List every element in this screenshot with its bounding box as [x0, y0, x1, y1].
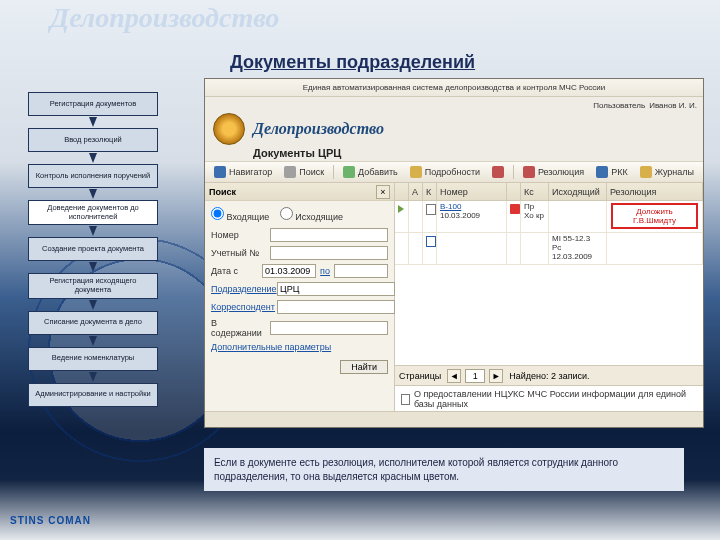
col-a[interactable]: А — [409, 183, 423, 200]
row-expand-icon — [395, 233, 409, 264]
nav-item-writeoff[interactable]: Списание документа в дело — [28, 311, 158, 335]
toolbar-details-button[interactable]: Подробности — [405, 164, 485, 180]
row-out-cell — [549, 201, 607, 232]
row-ks-cell: Пр Хо кр — [521, 201, 549, 232]
toolbar-delete-button[interactable] — [487, 164, 509, 180]
emblem-icon — [213, 113, 245, 145]
letter-icon — [426, 236, 436, 247]
resolution-highlight: Доложить Г.В.Шмидту — [611, 203, 698, 229]
row-k-cell — [423, 201, 437, 232]
toolbar-add-button[interactable]: Добавить — [338, 164, 403, 180]
accountno-label: Учетный № — [211, 248, 266, 258]
nav-item-draft[interactable]: Создание проекта документа — [28, 237, 158, 261]
doc-link[interactable]: В-100 — [440, 202, 461, 211]
pager-bar: Страницы ◄ ► Найдено: 2 записи. — [395, 365, 703, 385]
find-button[interactable]: Найти — [340, 360, 388, 374]
search-form: Входящие Исходящие Номер Учетный № Дата … — [205, 201, 394, 380]
grid-row[interactable]: В-100 10.03.2009 Пр Хо кр Доложить Г.В.Ш… — [395, 201, 703, 233]
nav-item-dispatch[interactable]: Доведение документов до исполнителей — [28, 200, 158, 225]
grid-row[interactable]: МІ 55-12.3 Рс 12.03.2009 — [395, 233, 703, 265]
pager-label: Страницы — [399, 371, 441, 381]
dept-input[interactable] — [277, 282, 395, 296]
toolbar-rkk-button[interactable]: РКК — [591, 164, 633, 180]
delete-icon — [492, 166, 504, 178]
row-ks-cell — [521, 233, 549, 264]
details-label: Подробности — [425, 167, 480, 177]
correspondent-input[interactable] — [277, 300, 395, 314]
navigator-label: Навигатор — [229, 167, 272, 177]
reso-line2: Г.В.Шмидту — [615, 216, 694, 225]
found-label: Найдено: 2 записи. — [509, 371, 589, 381]
correspondent-label[interactable]: Корреспондент — [211, 302, 273, 312]
nav-arrow-icon — [89, 300, 97, 310]
pager-prev-button[interactable]: ◄ — [447, 369, 461, 383]
rkk-label: РКК — [611, 167, 628, 177]
col-blank[interactable] — [395, 183, 409, 200]
journals-icon — [640, 166, 652, 178]
datefrom-input[interactable] — [262, 264, 316, 278]
toolbar-separator — [333, 165, 334, 179]
accountno-input[interactable] — [270, 246, 388, 260]
user-label: Пользователь — [593, 101, 645, 110]
col-ks[interactable]: Кс — [521, 183, 549, 200]
rkk-icon — [596, 166, 608, 178]
slide-subtitle: Документы подразделений — [230, 52, 475, 73]
app-userbar: Пользователь Иванов И. И. — [205, 97, 703, 113]
pager-next-button[interactable]: ► — [489, 369, 503, 383]
flag-icon — [510, 204, 520, 214]
row-expand-icon[interactable] — [395, 201, 409, 232]
slide-title: Делопроизводство — [50, 2, 279, 34]
dept-label[interactable]: Подразделение — [211, 284, 273, 294]
app-body: Поиск × Входящие Исходящие Номер Учетный… — [205, 183, 703, 411]
pager-page-input[interactable] — [465, 369, 485, 383]
row-a-cell — [409, 201, 423, 232]
nav-item-outgoing-register[interactable]: Регистрация исходящего документа — [28, 273, 158, 298]
grid-rows: В-100 10.03.2009 Пр Хо кр Доложить Г.В.Ш… — [395, 201, 703, 365]
col-resolution[interactable]: Резолюция — [607, 183, 703, 200]
details-icon — [410, 166, 422, 178]
incontent-input[interactable] — [270, 321, 388, 335]
doc-date: 10.03.2009 — [440, 211, 480, 220]
col-k[interactable]: К — [423, 183, 437, 200]
app-window: Единая автоматизированная система делопр… — [204, 78, 704, 428]
out-line2: Рс 12.03.2009 — [552, 243, 592, 261]
row-number-cell — [437, 233, 507, 264]
toolbar-search-button[interactable]: Поиск — [279, 164, 329, 180]
left-nav: Регистрация документов Ввод резолюций Ко… — [28, 92, 158, 407]
extra-params-link[interactable]: Дополнительные параметры — [211, 342, 331, 352]
navigator-icon — [214, 166, 226, 178]
app-header: Делопроизводство — [205, 113, 703, 147]
col-number[interactable]: Номер — [437, 183, 507, 200]
row-number-cell: В-100 10.03.2009 — [437, 201, 507, 232]
nav-arrow-icon — [89, 189, 97, 199]
nav-item-admin[interactable]: Администрирование и настройки — [28, 383, 158, 407]
toolbar-navigator-button[interactable]: Навигатор — [209, 164, 277, 180]
journals-label: Журналы — [655, 167, 694, 177]
toolbar-resolution-button[interactable]: Резолюция — [518, 164, 589, 180]
dateto-label[interactable]: по — [320, 266, 330, 276]
user-name: Иванов И. И. — [649, 101, 697, 110]
search-pane-title: Поиск — [209, 187, 236, 197]
search-pane-close-button[interactable]: × — [376, 185, 390, 199]
toolbar-journals-button[interactable]: Журналы — [635, 164, 699, 180]
search-label: Поиск — [299, 167, 324, 177]
nav-item-register-docs[interactable]: Регистрация документов — [28, 92, 158, 116]
nav-item-resolutions[interactable]: Ввод резолюций — [28, 128, 158, 152]
radio-outgoing[interactable]: Исходящие — [280, 212, 343, 222]
col-blank2[interactable] — [507, 183, 521, 200]
brand-label: STINS COMAN — [10, 515, 91, 526]
col-outgoing[interactable]: Исходящий — [549, 183, 607, 200]
nav-item-nomenclature[interactable]: Ведение номенклатуры — [28, 347, 158, 371]
search-pane-header: Поиск × — [205, 183, 394, 201]
nav-arrow-icon — [89, 117, 97, 127]
nav-item-control[interactable]: Контроль исполнения поручений — [28, 164, 158, 188]
app-subtitle: Документы ЦРЦ — [205, 147, 703, 161]
row-k-cell — [423, 233, 437, 264]
dateto-input[interactable] — [334, 264, 388, 278]
letter-icon — [426, 204, 436, 215]
number-input[interactable] — [270, 228, 388, 242]
datefrom-label: Дата с — [211, 266, 258, 276]
toolbar: Навигатор Поиск Добавить Подробности Рез… — [205, 161, 703, 183]
search-icon — [284, 166, 296, 178]
radio-incoming[interactable]: Входящие — [211, 212, 269, 222]
